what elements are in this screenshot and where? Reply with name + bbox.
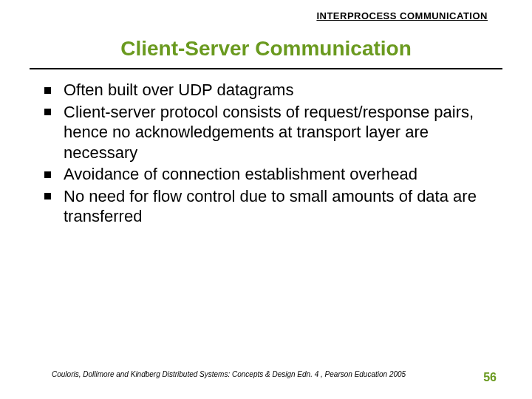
bullet-item: Client-server protocol consists of reque…	[44, 102, 502, 163]
bullet-item: Avoidance of connection establishment ov…	[44, 164, 502, 185]
page-number: 56	[483, 371, 497, 384]
section-header: INTERPROCESS COMMUNICATION	[316, 10, 488, 21]
title-underline	[30, 68, 502, 69]
footer-citation: Couloris, Dollimore and Kindberg Distrib…	[52, 370, 406, 378]
bullet-list: Often built over UDP datagrams Client-se…	[44, 80, 502, 228]
slide-title: Client-Server Communication	[0, 37, 532, 61]
bullet-item: No need for flow control due to small am…	[44, 186, 502, 227]
bullet-item: Often built over UDP datagrams	[44, 80, 502, 100]
